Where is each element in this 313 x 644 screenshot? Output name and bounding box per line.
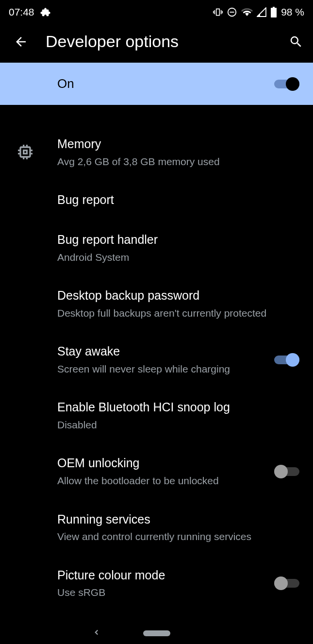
row-subtitle: Use sRGB: [57, 583, 263, 599]
row-title: Memory: [57, 136, 292, 153]
row-title: Desktop backup password: [57, 288, 292, 304]
row-stay-awake[interactable]: Stay awake Screen will never sleep while…: [0, 332, 313, 388]
puzzle-icon: [40, 7, 51, 17]
memory-icon: [16, 142, 35, 164]
status-bar: 07:48 98 %: [0, 0, 313, 20]
stay-awake-switch[interactable]: [274, 353, 299, 367]
vibrate-icon: [213, 7, 223, 17]
app-bar: Developer options: [0, 20, 313, 63]
row-title: Bug report handler: [57, 232, 292, 248]
row-title: Running services: [57, 511, 292, 528]
row-subtitle: Screen will never sleep while charging: [57, 360, 263, 376]
row-subtitle: Avg 2,6 GB of 3,8 GB memory used: [57, 153, 292, 169]
row-subtitle: Allow the bootloader to be unlocked: [57, 472, 263, 488]
wifi-icon: [241, 7, 253, 17]
row-subtitle: Disabled: [57, 416, 292, 432]
row-memory[interactable]: Memory Avg 2,6 GB of 3,8 GB memory used: [0, 124, 313, 180]
navigation-bar: [0, 623, 313, 644]
oem-unlocking-switch[interactable]: [274, 464, 299, 479]
row-running-services[interactable]: Running services View and control curren…: [0, 500, 313, 556]
signal-icon: [257, 7, 266, 17]
row-title: Stay awake: [57, 343, 263, 360]
row-title: Bug report: [57, 192, 292, 208]
row-desktop-backup-password[interactable]: Desktop backup password Desktop full bac…: [0, 276, 313, 332]
row-bug-report-handler[interactable]: Bug report handler Android System: [0, 220, 313, 276]
picture-colour-mode-switch[interactable]: [274, 576, 299, 591]
nav-home-pill[interactable]: [143, 630, 170, 636]
row-bug-report[interactable]: Bug report: [0, 180, 313, 220]
row-subtitle: View and control currently running servi…: [57, 527, 292, 543]
battery-icon: [270, 7, 277, 17]
master-toggle-switch[interactable]: [274, 77, 299, 91]
row-title: OEM unlocking: [57, 455, 263, 472]
row-oem-unlocking[interactable]: OEM unlocking Allow the bootloader to be…: [0, 443, 313, 499]
settings-list: Memory Avg 2,6 GB of 3,8 GB memory used …: [0, 105, 313, 605]
status-time: 07:48: [9, 6, 34, 18]
search-button[interactable]: [289, 34, 303, 49]
dnd-icon: [227, 7, 237, 17]
row-subtitle: Desktop full backups aren't currently pr…: [57, 304, 292, 320]
back-button[interactable]: [14, 34, 28, 49]
row-picture-colour-mode[interactable]: Picture colour mode Use sRGB: [0, 556, 313, 605]
master-toggle-label: On: [57, 76, 264, 91]
battery-percent: 98 %: [281, 6, 304, 18]
row-bluetooth-hci-snoop[interactable]: Enable Bluetooth HCI snoop log Disabled: [0, 388, 313, 443]
row-title: Picture colour mode: [57, 567, 263, 584]
page-title: Developer options: [46, 32, 271, 51]
master-toggle-row[interactable]: On: [0, 63, 313, 105]
row-title: Enable Bluetooth HCI snoop log: [57, 399, 292, 416]
row-subtitle: Android System: [57, 248, 292, 264]
nav-back-icon[interactable]: [92, 627, 101, 640]
